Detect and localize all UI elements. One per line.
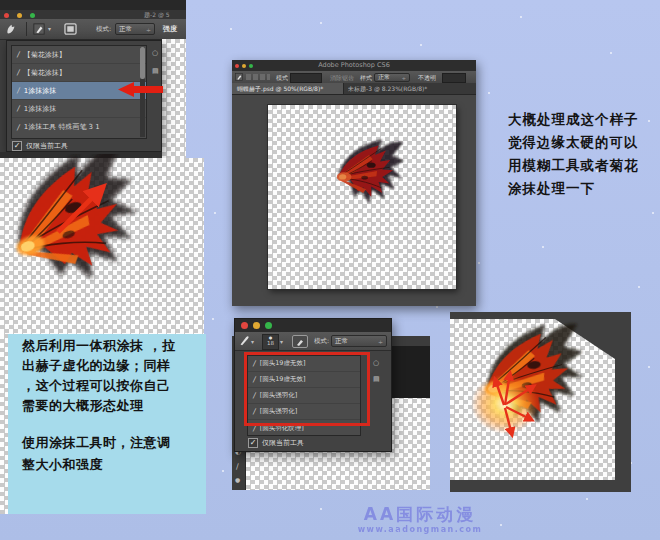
watermark: AA国际动漫 www.aadongman.com xyxy=(320,503,520,534)
style-dropdown[interactable]: 正常 ÷ xyxy=(374,73,410,82)
new-preset-icon[interactable]: ○ xyxy=(373,359,379,367)
opacity-label: 不透明 xyxy=(418,74,436,83)
ps-titlebar: Adobe Photoshop CS6 xyxy=(232,60,476,71)
zoom-window-button[interactable] xyxy=(265,322,272,329)
toggle-preset-panel-icon[interactable] xyxy=(292,335,308,348)
close-window-button[interactable] xyxy=(241,322,248,329)
note-line: 涂抹处理一下 xyxy=(508,177,639,200)
note-line: 出赫子虚化的边缘；同样 xyxy=(22,356,176,376)
mode-label: 模式: xyxy=(96,25,111,34)
ps-canvas[interactable] xyxy=(268,105,456,289)
strength-label: 强度 xyxy=(163,24,177,34)
background-speckles xyxy=(230,28,232,30)
checkbox-check-icon: ✓ xyxy=(248,438,258,448)
left-note-block: 然后利用一体积涂抹 ，拉 出赫子虚化的边缘；同样 ，这个过程可以按你自己 需要的… xyxy=(8,334,206,514)
brush-options-bar: ▾ ● 18 ▾ 模式: 正常 ÷ xyxy=(235,332,391,351)
panel-menu-icon[interactable]: ▤ xyxy=(373,375,380,383)
note-line: 使用涂抹工具时，注意调 xyxy=(22,432,171,454)
tutorial-page: { "page": { "accent_red": "#e21f12", "cy… xyxy=(0,0,660,540)
tool-icons-cluster xyxy=(246,74,270,80)
tool-preset-picker-icon[interactable] xyxy=(33,23,45,35)
style-value: 正常 xyxy=(378,73,390,82)
smudge-tool-icon[interactable]: ● xyxy=(235,476,240,483)
options-divider xyxy=(26,22,27,36)
style-label: 样式 xyxy=(360,74,372,83)
current-tool-only-checkbox[interactable]: ✓ 仅限当前工具 xyxy=(12,141,68,151)
brush-preset-icon: ∕ xyxy=(16,50,20,59)
canvas-sliver xyxy=(162,39,186,158)
background-tab-fragment-bar: 标题-3 xyxy=(392,336,430,346)
brush-preset-icon: ∕ xyxy=(16,86,20,95)
preset-item[interactable]: ∕1涂抹涂抹 xyxy=(12,100,146,118)
kagune-wing-image xyxy=(326,107,456,265)
ps-tab-bar: 蝴蝶赫子.psd @ 50%(RGB/8)* 未标题-3 @ 8.23%(RGB… xyxy=(232,83,476,95)
photoshop-window: Adobe Photoshop CS6 模式 消除锯齿 样式 正常 ÷ 不透明 … xyxy=(232,60,476,306)
note-line: 用模糊工具或者菊花 xyxy=(508,154,639,177)
preset-label: 1涂抹涂抹 xyxy=(24,104,56,114)
dropdown-arrows-icon: ÷ xyxy=(146,26,151,33)
close-window-button[interactable] xyxy=(4,13,9,18)
watermark-url: www.aadongman.com xyxy=(320,525,520,534)
preset-item[interactable]: ∕【菊花涂抹】 xyxy=(12,64,146,82)
mode-value: 正常 xyxy=(119,25,132,34)
preset-label: 【菊花涂抹】 xyxy=(24,50,66,60)
zoom-window-button[interactable] xyxy=(249,64,253,68)
mode-dropdown[interactable]: 正常 ÷ xyxy=(115,23,155,35)
zoom-window-button[interactable] xyxy=(30,13,35,18)
brush-preset-icon: ∕ xyxy=(16,122,20,131)
document-tab-active[interactable]: 蝴蝶赫子.psd @ 50%(RGB/8)* xyxy=(232,83,344,94)
brush-size-value: 18 xyxy=(263,340,278,347)
mode-dropdown[interactable]: 正常 ÷ xyxy=(331,335,387,347)
preset-item[interactable]: ∕1涂抹工具 特殊画笔 3 1 xyxy=(12,118,146,136)
note-line: ，这个过程可以按你自己 xyxy=(22,376,176,396)
window-titlebar: 题-2 @ 5 xyxy=(0,10,186,19)
preset-label: 【菊花涂抹】 xyxy=(24,68,66,78)
brush-tool-icon[interactable]: ∕ xyxy=(236,462,239,471)
left-note-paragraph-2: 使用涂抹工具时，注意调 整大小和强度 xyxy=(22,432,171,476)
mode-value: 正常 xyxy=(335,337,348,346)
brush-preview-box[interactable]: ● 18 xyxy=(262,334,279,350)
note-line: 然后利用一体积涂抹 ，拉 xyxy=(22,336,176,356)
watermark-title: AA国际动漫 xyxy=(320,503,520,526)
minimize-window-button[interactable] xyxy=(242,64,246,68)
brush-preset-icon: ∕ xyxy=(16,104,20,113)
current-tool-icon[interactable] xyxy=(235,73,243,81)
smudge-preset-window: 题-2 @ 5 ▾ 模式: 正常 ÷ 强度 ∕【菊花涂抹】 ∕【菊花涂抹】 ∕1… xyxy=(0,0,186,158)
left-note-paragraph-1: 然后利用一体积涂抹 ，拉 出赫子虚化的边缘；同样 ，这个过程可以按你自己 需要的… xyxy=(22,336,176,416)
dropdown-arrows-icon: ÷ xyxy=(378,338,383,345)
ps-window-title: Adobe Photoshop CS6 xyxy=(232,60,476,71)
note-line: 大概处理成这个样子 xyxy=(508,108,639,131)
red-highlight-rectangle xyxy=(244,352,370,426)
dropdown-arrows-icon: ÷ xyxy=(402,75,406,81)
mode-label: 模式: xyxy=(314,337,329,346)
preset-picker-caret-icon[interactable]: ▾ xyxy=(48,25,51,32)
panel-titlebar xyxy=(235,319,391,332)
note-line: 觉得边缘太硬的可以 xyxy=(508,131,639,154)
tab-label: 蝴蝶赫子.psd @ 50%(RGB/8)* xyxy=(237,85,323,92)
note-line: 需要的大概形态处理 xyxy=(22,396,176,416)
mode-input[interactable] xyxy=(290,73,322,83)
current-tool-only-checkbox[interactable]: ✓ 仅限当前工具 xyxy=(248,438,304,448)
preset-item[interactable]: ∕【菊花涂抹】 xyxy=(12,46,146,64)
smudge-options-bar: ▾ 模式: 正常 ÷ 强度 xyxy=(0,19,186,40)
brush-caret-icon[interactable]: ▾ xyxy=(251,338,254,345)
brush-preset-icon: ∕ xyxy=(16,68,20,77)
toggle-panel-icon[interactable] xyxy=(64,23,77,35)
brush-preview-caret-icon[interactable]: ▾ xyxy=(280,338,283,345)
new-preset-icon[interactable]: ○ xyxy=(152,49,158,57)
red-arrow-up-right-icon xyxy=(50,170,130,242)
opacity-input[interactable] xyxy=(442,73,466,83)
checkbox-label: 仅限当前工具 xyxy=(262,438,304,448)
minimize-window-button[interactable] xyxy=(17,13,22,18)
smudge-tool-icon[interactable] xyxy=(5,23,17,35)
left-edge-checker-strip xyxy=(0,334,8,514)
brush-tool-icon[interactable] xyxy=(239,335,250,346)
checkbox-label: 仅限当前工具 xyxy=(26,141,68,151)
window-top-strip xyxy=(0,0,186,10)
background-canvas-dark-area xyxy=(392,346,430,398)
panel-menu-icon[interactable]: ▤ xyxy=(152,67,159,75)
antialias-label: 消除锯齿 xyxy=(330,74,354,83)
close-window-button[interactable] xyxy=(235,64,239,68)
document-tab[interactable]: 未标题-3 @ 8.23%(RGB/8)* xyxy=(348,83,472,94)
minimize-window-button[interactable] xyxy=(253,322,260,329)
